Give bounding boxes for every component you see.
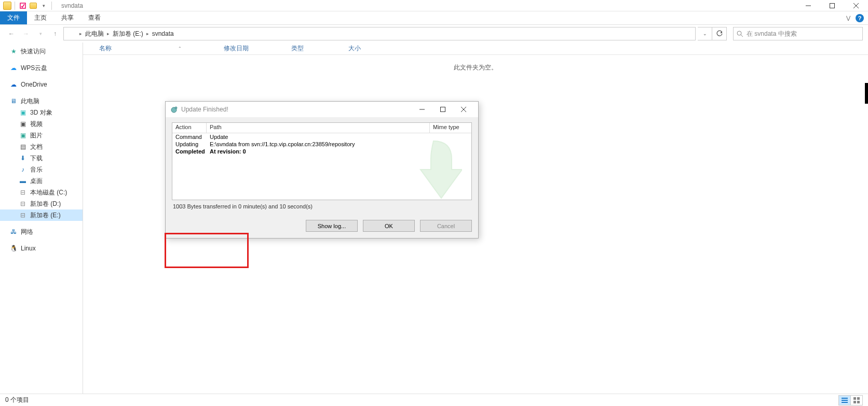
svg-rect-8 bbox=[842, 400, 848, 401]
nav-drive-e[interactable]: ⊟新加卷 (E:) bbox=[0, 209, 83, 221]
nav-3d-objects[interactable]: ▣3D 对象 bbox=[0, 107, 83, 118]
svg-rect-10 bbox=[853, 397, 856, 400]
dialog-maximize-button[interactable] bbox=[432, 102, 453, 117]
col-path[interactable]: Path bbox=[207, 123, 430, 133]
transfer-status: 1003 Bytes transferred in 0 minute(s) an… bbox=[172, 200, 472, 216]
svg-rect-2 bbox=[830, 3, 835, 8]
desktop-icon: ▬ bbox=[19, 177, 27, 185]
dialog-minimize-button[interactable] bbox=[412, 102, 432, 117]
star-icon: ★ bbox=[9, 47, 18, 55]
ribbon-expand-icon[interactable]: ⋁ bbox=[846, 15, 850, 21]
separator bbox=[15, 2, 15, 10]
column-type[interactable]: 类型 bbox=[286, 43, 343, 54]
refresh-button[interactable] bbox=[712, 27, 727, 40]
monitor-icon: 🖥 bbox=[9, 97, 18, 105]
col-action[interactable]: Action bbox=[172, 123, 207, 133]
tab-home[interactable]: 主页 bbox=[27, 11, 54, 24]
chevron-right-icon[interactable]: ▸ bbox=[146, 31, 149, 36]
help-icon[interactable]: ? bbox=[856, 14, 864, 22]
dialog-titlebar[interactable]: Update Finished! bbox=[166, 102, 478, 117]
column-size[interactable]: 大小 bbox=[343, 43, 385, 54]
nav-videos[interactable]: ▣视频 bbox=[0, 118, 83, 130]
title-bar: ▾ svndata bbox=[0, 0, 868, 11]
svg-rect-11 bbox=[857, 397, 860, 400]
back-button[interactable]: ← bbox=[5, 27, 18, 40]
col-mime[interactable]: Mime type bbox=[430, 123, 471, 133]
svg-rect-7 bbox=[842, 398, 848, 399]
new-folder-icon[interactable] bbox=[29, 1, 38, 10]
svn-update-dialog: Update Finished! Action Path Mime type C… bbox=[165, 101, 479, 239]
maximize-button[interactable] bbox=[820, 0, 844, 11]
status-bar: 0 个项目 bbox=[0, 394, 868, 406]
chevron-right-icon[interactable]: ▸ bbox=[107, 31, 110, 36]
nav-music[interactable]: ♪音乐 bbox=[0, 164, 83, 175]
ok-button[interactable]: OK bbox=[363, 220, 415, 232]
nav-desktop[interactable]: ▬桌面 bbox=[0, 175, 83, 187]
show-log-button[interactable]: Show log... bbox=[306, 220, 358, 232]
chevron-right-icon[interactable]: ▸ bbox=[79, 31, 82, 36]
folder-icon bbox=[66, 27, 78, 40]
file-tab[interactable]: 文件 bbox=[0, 11, 27, 24]
breadcrumb-seg[interactable]: 此电脑 bbox=[83, 27, 106, 40]
address-row: ← → ▾ ↑ ▸ 此电脑 ▸ 新加卷 (E:) ▸ svndata ⌄ 在 s… bbox=[0, 25, 868, 43]
nav-downloads[interactable]: ⬇下载 bbox=[0, 152, 83, 164]
nav-network[interactable]: 🖧网络 bbox=[0, 226, 83, 237]
nav-pictures[interactable]: ▣图片 bbox=[0, 130, 83, 141]
address-dropdown-icon[interactable]: ⌄ bbox=[698, 27, 712, 40]
drive-icon: ⊟ bbox=[19, 200, 27, 208]
address-bar[interactable]: ▸ 此电脑 ▸ 新加卷 (E:) ▸ svndata bbox=[63, 27, 696, 40]
tab-view[interactable]: 查看 bbox=[81, 11, 108, 24]
nav-documents[interactable]: ▤文档 bbox=[0, 141, 83, 152]
nav-drive-c[interactable]: ⊟本地磁盘 (C:) bbox=[0, 187, 83, 198]
column-name[interactable]: 名称⌃ bbox=[94, 43, 219, 54]
nav-this-pc[interactable]: 🖥此电脑 bbox=[0, 95, 83, 107]
svg-rect-13 bbox=[857, 401, 860, 403]
window-title: svndata bbox=[61, 2, 83, 9]
up-button[interactable]: ↑ bbox=[49, 27, 61, 40]
dialog-close-button[interactable] bbox=[453, 102, 474, 117]
forward-button[interactable]: → bbox=[20, 27, 32, 40]
column-headers: 名称⌃ 修改日期 类型 大小 bbox=[83, 43, 868, 55]
nav-quick-access[interactable]: ★快速访问 bbox=[0, 46, 83, 57]
search-input[interactable]: 在 svndata 中搜索 bbox=[733, 27, 863, 40]
column-modified[interactable]: 修改日期 bbox=[219, 43, 286, 54]
item-count: 0 个项目 bbox=[5, 396, 29, 404]
details-view-button[interactable] bbox=[838, 395, 851, 405]
cloud-icon: ☁ bbox=[9, 64, 18, 72]
nav-drive-d[interactable]: ⊟新加卷 (D:) bbox=[0, 198, 83, 209]
recent-dropdown-icon[interactable]: ▾ bbox=[34, 27, 47, 40]
document-icon: ▤ bbox=[19, 143, 27, 151]
scrollbar-marker bbox=[865, 83, 868, 104]
svg-rect-17 bbox=[441, 107, 445, 112]
empty-folder-message: 此文件夹为空。 bbox=[83, 63, 868, 72]
network-icon: 🖧 bbox=[9, 228, 18, 236]
music-icon: ♪ bbox=[19, 165, 27, 174]
tab-share[interactable]: 共享 bbox=[54, 11, 81, 24]
minimize-button[interactable] bbox=[796, 0, 820, 11]
search-placeholder: 在 svndata 中搜索 bbox=[747, 30, 797, 38]
navigation-pane: ★快速访问 ☁WPS云盘 ☁OneDrive 🖥此电脑 ▣3D 对象 ▣视频 ▣… bbox=[0, 43, 83, 394]
close-button[interactable] bbox=[844, 0, 868, 11]
svg-line-6 bbox=[741, 35, 743, 37]
breadcrumb-seg[interactable]: 新加卷 (E:) bbox=[111, 27, 145, 40]
svg-rect-12 bbox=[853, 401, 856, 403]
sort-caret-icon: ⌃ bbox=[178, 46, 182, 51]
nav-linux[interactable]: 🐧Linux bbox=[0, 243, 83, 254]
properties-icon[interactable] bbox=[18, 1, 28, 10]
cube-icon: ▣ bbox=[19, 108, 27, 117]
svg-rect-9 bbox=[842, 402, 848, 403]
drive-icon: ⊟ bbox=[19, 211, 27, 219]
ribbon-tabs: 文件 主页 共享 查看 ⋁ ? bbox=[0, 11, 868, 25]
download-icon: ⬇ bbox=[19, 154, 27, 162]
breadcrumb-seg[interactable]: svndata bbox=[150, 27, 176, 40]
dialog-title: Update Finished! bbox=[181, 106, 228, 113]
video-icon: ▣ bbox=[19, 120, 27, 128]
dialog-table-header: Action Path Mime type bbox=[172, 123, 471, 133]
large-icons-view-button[interactable] bbox=[850, 395, 863, 405]
nav-onedrive[interactable]: ☁OneDrive bbox=[0, 79, 83, 90]
qat-dropdown-icon[interactable]: ▾ bbox=[39, 1, 48, 10]
cancel-button[interactable]: Cancel bbox=[420, 220, 472, 232]
linux-icon: 🐧 bbox=[9, 244, 18, 253]
search-icon bbox=[737, 31, 743, 37]
nav-wps-cloud[interactable]: ☁WPS云盘 bbox=[0, 62, 83, 74]
